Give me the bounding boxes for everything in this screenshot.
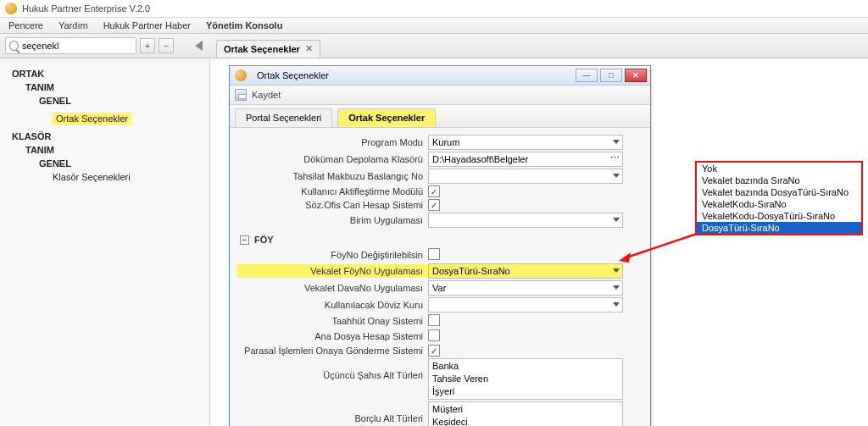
toolbar-left: + − [0, 34, 211, 58]
close-icon[interactable]: ✕ [305, 43, 313, 54]
label-program-modu: Program Modu [236, 137, 428, 147]
form-area: Program Modu Kurum Döküman Depolama Klas… [230, 128, 650, 426]
section-toggle-icon: − [240, 235, 249, 245]
doc-tab-label: Ortak Seçenekler [224, 44, 300, 54]
check-soz-ofis[interactable]: ✓ [428, 199, 440, 211]
tree-klasor-secenekleri[interactable]: Klasör Seçenekleri [53, 172, 204, 182]
dropdown-option[interactable]: Yok [697, 163, 861, 174]
dropdown-option[interactable]: VekaletKodu-DosyaTürü-SıraNo [697, 210, 861, 222]
combo-vekalet-davano[interactable]: Var [428, 280, 623, 296]
combo-tahsilat[interactable] [428, 169, 623, 184]
dialog-tabs: Portal Seçenekleri Ortak Seçenekler [230, 105, 650, 128]
dropdown-option[interactable]: VekaletKodu-SıraNo [697, 198, 861, 210]
label-birim: Birim Uygulaması [236, 215, 428, 225]
tree-genel2[interactable]: GENEL [39, 158, 204, 169]
label-kullanici-aktif: Kullanıcı Aktifleştirme Modülü [236, 186, 428, 196]
maximize-button[interactable]: □ [600, 69, 622, 82]
doc-tab-ortak[interactable]: Ortak Seçenekler ✕ [216, 40, 320, 58]
label-taahhut: Taahhüt Onay Sistemi [236, 316, 428, 326]
label-doviz: Kullanılacak Döviz Kuru [236, 300, 428, 310]
label-vekalet-davano: Vekalet DavaNo Uygulaması [236, 283, 428, 293]
check-parasal[interactable]: ✓ [428, 345, 440, 357]
toolbar-row: + − Ortak Seçenekler ✕ [0, 34, 868, 58]
dialog-titlebar: Ortak Seçenekler — □ ✕ [230, 66, 650, 86]
expand-button[interactable]: + [140, 38, 155, 53]
tab-ortak[interactable]: Ortak Seçenekler [337, 108, 436, 127]
combo-program-modu[interactable]: Kurum [428, 135, 623, 150]
app-title: Hukuk Partner Enterprise V.2.0 [22, 3, 150, 14]
dialog-title: Ortak Seçenekler [257, 70, 329, 80]
input-dokuman[interactable]: D:\Hayadasoft\Belgeler [428, 152, 623, 167]
tab-portal[interactable]: Portal Seçenekleri [235, 108, 332, 127]
label-ana-dosya: Ana Dosya Hesap Sistemi [236, 331, 428, 341]
dropdown-popup: Yok Vekalet bazında SıraNo Vekalet bazın… [695, 161, 863, 235]
dialog-ortak-secenekler: Ortak Seçenekler — □ ✕ Kaydet Portal Seç… [229, 65, 651, 426]
back-arrow-icon[interactable] [195, 41, 203, 51]
list-item[interactable]: Banka [432, 360, 619, 373]
menu-pencere[interactable]: Pencere [8, 20, 43, 30]
search-input[interactable] [22, 41, 132, 51]
tree-klasor[interactable]: KLASÖR [12, 131, 204, 141]
dialog-toolbar: Kaydet [230, 86, 650, 105]
search-wrap[interactable] [5, 37, 136, 54]
section-foy[interactable]: − FÖY [240, 235, 643, 245]
check-kullanici-aktif[interactable]: ✓ [428, 185, 440, 197]
menu-bar: Pencere Yardım Hukuk Partner Haber Yönet… [0, 18, 868, 34]
check-foyno-deg[interactable] [428, 248, 440, 260]
collapse-button[interactable]: − [159, 38, 174, 53]
tree-genel1[interactable]: GENEL [39, 96, 204, 106]
label-foyno-deg: FöyNo Değiştirilebilsin [236, 250, 428, 260]
close-button[interactable]: ✕ [625, 69, 647, 82]
sidebar-tree: ORTAK TANIM GENEL Ortak Seçenekler KLASÖ… [0, 58, 210, 425]
section-foy-label: FÖY [254, 235, 274, 245]
label-dokuman: Döküman Depolama Klasörü [236, 154, 428, 164]
list-item[interactable]: Müşteri [432, 403, 619, 416]
tree-ortak[interactable]: ORTAK [12, 69, 204, 79]
combo-vekalet-foyno[interactable]: DosyaTürü-SıraNo [428, 263, 623, 279]
label-soz-ofis: Söz.Ofis Cari Hesap Sistemi [236, 200, 428, 210]
menu-haber[interactable]: Hukuk Partner Haber [103, 20, 191, 30]
list-ucuncu-sahis[interactable]: Banka Tahsile Veren İşyeri [428, 358, 623, 400]
dropdown-option-selected[interactable]: DosyaTürü-SıraNo [697, 222, 861, 234]
app-title-bar: Hukuk Partner Enterprise V.2.0 [0, 0, 868, 18]
combo-birim[interactable] [428, 213, 623, 228]
label-vekalet-foyno: Vekalet FöyNo Uygulaması [236, 264, 428, 278]
menu-yardim[interactable]: Yardım [58, 20, 88, 30]
check-taahhut[interactable] [428, 314, 440, 326]
list-item[interactable]: Keşideci [432, 416, 619, 426]
dropdown-option[interactable]: Vekalet bazında DosyaTürü-SıraNo [697, 186, 861, 198]
search-icon [9, 41, 19, 51]
menu-yonetim[interactable]: Yönetim Konsolu [206, 20, 282, 30]
combo-doviz[interactable] [428, 297, 623, 313]
app-icon [5, 3, 17, 14]
minimize-button[interactable]: — [576, 69, 598, 82]
tree-tanim1[interactable]: TANIM [25, 82, 204, 92]
content-area: Ortak Seçenekler — □ ✕ Kaydet Portal Seç… [210, 58, 868, 425]
tree-tanim2[interactable]: TANIM [25, 145, 204, 155]
list-item[interactable]: İşyeri [432, 385, 619, 398]
tab-strip: Ortak Seçenekler ✕ [211, 34, 320, 58]
check-ana-dosya[interactable] [428, 329, 440, 341]
main-area: ORTAK TANIM GENEL Ortak Seçenekler KLASÖ… [0, 58, 868, 425]
save-icon [235, 89, 247, 101]
label-borclu: Borçlu Alt Türleri [236, 401, 428, 423]
label-ucuncu-sahis: Üçüncü Şahıs Alt Türleri [236, 358, 428, 380]
save-button[interactable]: Kaydet [252, 90, 281, 100]
list-borclu[interactable]: Müşteri Keşideci Ciranta [428, 401, 623, 426]
dropdown-option[interactable]: Vekalet bazında SıraNo [697, 174, 861, 186]
label-tahsilat: Tahsilat Makbuzu Baslangıç No [236, 171, 428, 181]
dialog-icon [235, 69, 247, 81]
list-item[interactable]: Tahsile Veren [432, 373, 619, 385]
label-parasal: Parasal İşlemleri Onaya Gönderme Sistemi [236, 346, 428, 356]
tree-ortak-secenekler[interactable]: Ortak Seçenekler [53, 113, 131, 124]
